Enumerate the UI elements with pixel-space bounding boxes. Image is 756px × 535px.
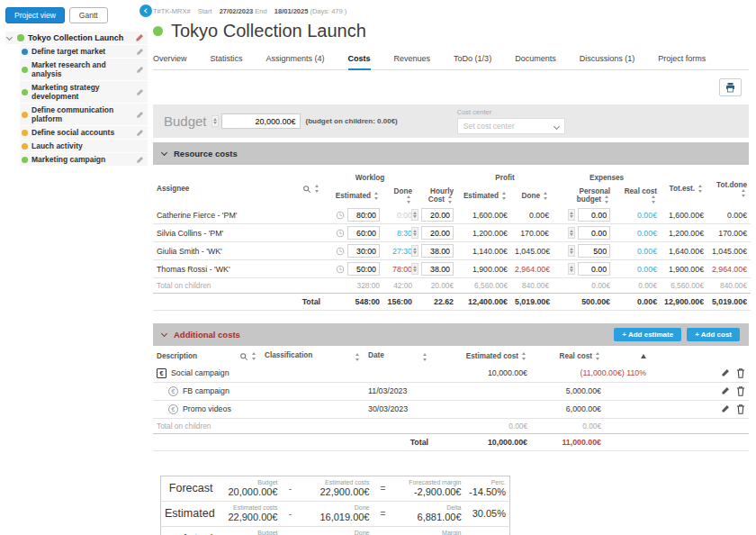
profit-done-value: 1,045.00€ [511, 242, 553, 260]
signature-icon[interactable] [136, 66, 144, 74]
estimated-costs-mini-label: Estimated costs [220, 504, 278, 511]
sort-icon[interactable] [501, 192, 508, 200]
hourly-cost-input[interactable] [421, 262, 454, 276]
sort-icon[interactable] [422, 353, 428, 361]
sort-icon[interactable] [595, 352, 601, 360]
signature-icon[interactable] [136, 111, 144, 119]
add-estimate-button[interactable]: + Add estimate [614, 328, 681, 341]
sidebar-collapse-button[interactable] [140, 5, 152, 17]
start-label: Start [198, 7, 212, 15]
sort-icon[interactable] [521, 352, 527, 360]
edit-icon[interactable] [721, 386, 730, 395]
sort-icon[interactable] [604, 195, 610, 204]
chevron-down-icon[interactable] [6, 33, 13, 40]
sort-icon[interactable] [406, 195, 412, 204]
real-cost-link[interactable]: 0.00€ [614, 206, 661, 224]
hourly-stepper[interactable] [411, 263, 418, 275]
sort-icon[interactable] [355, 353, 361, 361]
real-cost-link[interactable]: 0.00€ [614, 242, 661, 260]
tot-done-value: 0.00€ [707, 206, 751, 224]
worklog-estimated-input[interactable] [347, 226, 380, 240]
worklog-estimated-input[interactable] [347, 262, 380, 276]
tab-assignments[interactable]: Assignments (4) [266, 50, 325, 69]
delete-icon[interactable] [736, 386, 745, 396]
print-button[interactable] [719, 78, 742, 96]
add-cost-button[interactable]: + Add cost [687, 328, 740, 341]
status-dot-green [17, 34, 24, 41]
sidebar-item-marketing-campaign[interactable]: Marketing campaign [20, 153, 148, 166]
personal-budget-stepper[interactable] [568, 245, 575, 257]
edit-icon[interactable] [721, 368, 730, 377]
tab-overview[interactable]: Overview [153, 50, 187, 69]
personal-budget-stepper[interactable] [568, 263, 575, 275]
additional-costs-section-header[interactable]: Additional costs + Add estimate + Add co… [153, 323, 749, 346]
project-view-button[interactable]: Project view [5, 7, 65, 23]
sidebar-item-marketing-strategy[interactable]: Marketing strategy development [20, 81, 148, 103]
real-cost-link[interactable]: 0.00€ [614, 260, 661, 278]
budget-stepper[interactable] [212, 115, 219, 127]
tab-todo[interactable]: ToDo (1/3) [454, 50, 491, 69]
done-value: 16,019.00€ [303, 512, 370, 522]
personal-budget-input[interactable] [578, 226, 610, 240]
signature-icon[interactable] [136, 88, 144, 96]
estimated-cost-total: 0.00€ [432, 418, 531, 433]
personal-budget-input[interactable] [578, 244, 610, 258]
sort-icon[interactable] [447, 195, 454, 204]
resource-costs-section-header[interactable]: Resource costs [153, 142, 749, 165]
hourly-stepper[interactable] [411, 245, 418, 257]
signature-icon[interactable] [136, 156, 144, 164]
estimated-perc-value: 30.05% [469, 508, 507, 519]
search-icon[interactable] [239, 352, 248, 361]
sidebar-item-communication-platform[interactable]: Define communication platform [20, 104, 148, 125]
sort-icon[interactable] [314, 185, 320, 193]
search-icon[interactable] [302, 185, 311, 194]
tab-statistics[interactable]: Statistics [211, 50, 243, 69]
tab-costs[interactable]: Costs [348, 50, 371, 70]
sidebar-item-define-target-market[interactable]: Define target market [20, 45, 148, 58]
hourly-cost-input[interactable] [421, 226, 454, 240]
budget-input[interactable] [221, 113, 301, 129]
signature-icon[interactable] [136, 48, 144, 56]
hourly-cost-input[interactable] [421, 208, 454, 222]
cost-description: Promo videos [183, 404, 231, 413]
sort-icon[interactable] [251, 352, 257, 360]
signature-icon[interactable] [136, 129, 144, 137]
profit-done-grand-total: 5,019.00€ [511, 294, 553, 311]
edit-icon[interactable] [721, 404, 730, 413]
personal-budget-stepper[interactable] [568, 209, 575, 221]
sort-icon[interactable] [374, 192, 380, 200]
personal-budget-stepper[interactable] [568, 227, 575, 239]
personal-budget-input[interactable] [578, 208, 610, 222]
tab-documents[interactable]: Documents [515, 50, 556, 69]
hourly-stepper[interactable] [411, 227, 418, 239]
sidebar-item-market-research[interactable]: Market research and analysis [20, 59, 148, 80]
profit-done-value: 0.00€ [511, 206, 553, 224]
cost-center-select[interactable]: Set cost center [457, 118, 565, 134]
real-cost-link[interactable]: 0.00€ [614, 224, 661, 242]
sidebar-item-social-accounts[interactable]: Define social accounts [20, 126, 148, 139]
delete-icon[interactable] [736, 404, 745, 414]
tab-discussions[interactable]: Discussions (1) [580, 50, 635, 69]
tab-project-forms[interactable]: Project forms [658, 50, 706, 69]
tree-root-item[interactable]: Tokyo Collection Launch [5, 32, 148, 44]
real-cost-header: Real cost [625, 187, 657, 195]
sort-icon[interactable] [698, 185, 704, 193]
end-label: End [255, 7, 266, 15]
worklog-estimated-input[interactable] [347, 244, 380, 258]
sort-icon[interactable] [543, 192, 549, 200]
sort-ascending-icon[interactable] [641, 354, 646, 358]
hourly-stepper[interactable] [411, 209, 418, 221]
hourly-cost-input[interactable] [421, 244, 454, 258]
gantt-button[interactable]: Gantt [69, 7, 108, 23]
worklog-estimated-input[interactable] [347, 208, 380, 222]
sidebar-item-lauch-activity[interactable]: Lauch activity [20, 140, 148, 152]
cost-center-placeholder: Set cost center [464, 122, 515, 131]
tot-est-grand-total: 12,900.00€ [661, 294, 707, 311]
worklog-group-header: Worklog [324, 168, 416, 185]
signature-icon[interactable] [135, 33, 144, 42]
delete-icon[interactable] [736, 368, 745, 378]
sort-icon[interactable] [741, 189, 747, 197]
tab-revenues[interactable]: Revenues [394, 50, 431, 69]
sort-icon[interactable] [651, 195, 657, 204]
personal-budget-input[interactable] [578, 262, 610, 276]
